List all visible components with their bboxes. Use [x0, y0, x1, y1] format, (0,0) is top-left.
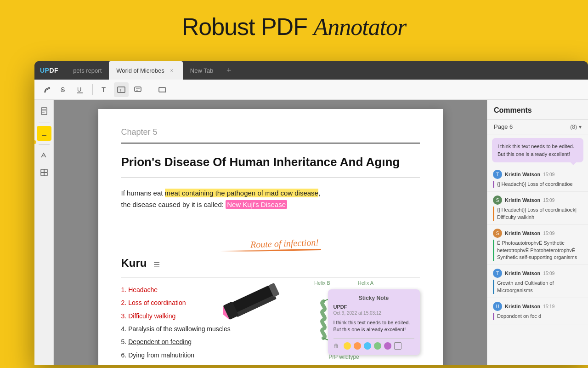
chapter-label: Chapter 5 [121, 127, 420, 137]
comment-item-1[interactable]: T Kristin Watson 15:09 {| Headacht}| Los… [487, 166, 588, 192]
active-comment-bubble: I think this text needs to be edited. Bu… [492, 138, 583, 162]
sticky-header: UPDF [334, 304, 414, 310]
symptoms-section: 1.Headache 2.Loss of coordination 3.Diff… [121, 285, 420, 363]
tabs-container: pets report World of Microbes × New Tab … [66, 61, 582, 80]
sticky-color-purple[interactable] [384, 342, 391, 350]
comment-author-2: Kristin Watson [505, 197, 540, 203]
sticky-note[interactable]: Sticky Note UPDF Oct 9, 2022 at 15:03:12… [328, 289, 420, 355]
comment-item-2[interactable]: S Kristin Watson 15:09 {| Headacht}| Los… [487, 192, 588, 225]
comment-item-5[interactable]: U Kristin Watson 15:19 Dopondont on foc … [487, 298, 588, 324]
comment-avatar-5: U [493, 302, 502, 311]
kuru-note-icon: ☰ [153, 260, 160, 269]
tab-world-of-microbes[interactable]: World of Microbes × [109, 61, 183, 80]
underline-tool-button[interactable]: U [73, 82, 88, 97]
comments-panel: Comments Page 6 (8) ▾ I think this text … [487, 100, 588, 365]
kuru-title: Kuru [121, 257, 147, 270]
sticky-trash-icon[interactable]: 🗑 [334, 343, 339, 349]
comment-author-3: Kristin Watson [505, 230, 540, 236]
sticky-text: I think this text needs to be edited. Bu… [334, 319, 414, 334]
comments-page-label: Page 6 [494, 123, 513, 130]
sidebar-highlight-button[interactable] [37, 126, 51, 141]
text-tool-button[interactable]: T [97, 82, 112, 97]
app-tagline: Robust PDF Annotator [0, 13, 588, 40]
helix-a-label: Helix A [358, 280, 373, 286]
comment-item-4[interactable]: T Kristin Watson 15:09 Growth and Cultiv… [487, 265, 588, 298]
svg-rect-20 [44, 169, 47, 172]
comment-avatar-4: T [493, 269, 502, 278]
sticky-color-orange[interactable] [354, 342, 361, 350]
svg-marker-16 [42, 131, 46, 134]
symptom-5: 5.Dependent on feeding [121, 337, 259, 347]
comment-text-2: {| Headacht}| Loss of coordinatioek| Dif… [493, 207, 582, 221]
sticky-note-title: Sticky Note [334, 295, 414, 301]
comment-author-1: Kristin Watson [505, 172, 540, 177]
comment-author-5: Kristin Watson [505, 304, 540, 309]
highlighted-text-yellow: meat containing the pathogen of mad cow … [165, 189, 318, 197]
svg-rect-9 [159, 87, 165, 92]
sticky-color-blue[interactable] [364, 342, 371, 350]
strikethrough-tool-button[interactable]: S [57, 82, 71, 97]
tab-close-icon[interactable]: × [168, 67, 175, 74]
svg-text:U: U [77, 86, 81, 93]
chapter-divider [121, 143, 420, 144]
sidebar-active-indicator [34, 140, 36, 144]
svg-rect-19 [41, 169, 44, 172]
comment-text-3: Ë PhotoautotrophvË Synthetic heterotroph… [493, 240, 582, 261]
svg-rect-21 [41, 172, 44, 176]
app-header: Robust PDF Annotator [0, 0, 588, 49]
comment-avatar-3: S [493, 229, 502, 238]
pen-tool-button[interactable] [40, 82, 55, 97]
highlighted-text-pink: New Kuji's Disease [226, 200, 287, 209]
comment-text-4: Growth and Cultivation of Microorganisms [493, 280, 582, 294]
app-window: UPDF pets report World of Microbes × New… [34, 61, 588, 365]
comment-tool-button[interactable] [130, 82, 145, 97]
sidebar-pages-button[interactable] [37, 104, 51, 118]
svg-text:S: S [61, 86, 65, 93]
new-tab-button[interactable]: + [222, 64, 235, 77]
svg-text:T: T [119, 88, 122, 92]
comment-text-1: {| Headacht}| Loss of coordinatioe [493, 181, 582, 188]
comment-time-3: 15:09 [543, 231, 554, 236]
comment-time-2: 15:09 [543, 198, 554, 203]
sidebar-divider-1 [39, 122, 50, 122]
svg-marker-10 [165, 92, 166, 92]
title-divider [121, 178, 420, 178]
titlebar: UPDF pets report World of Microbes × New… [34, 61, 588, 80]
toolbar-separator-1 [92, 84, 93, 95]
comment-item-3[interactable]: S Kristin Watson 15:09 Ë Photoautotrophv… [487, 225, 588, 265]
sticky-square-icon[interactable] [394, 342, 401, 350]
textbox-tool-button[interactable]: T [114, 82, 129, 97]
sidebar-extract-button[interactable] [37, 165, 51, 180]
sticky-color-green[interactable] [374, 342, 381, 350]
comment-avatar-1: T [493, 170, 502, 179]
comments-panel-title: Comments [494, 106, 582, 115]
comment-author-4: Kristin Watson [505, 270, 540, 276]
pdf-page: Chapter 5 Prion's Disease Of Human Inher… [98, 109, 443, 365]
tab-new-tab[interactable]: New Tab [183, 61, 220, 80]
symptom-6: 6.Dying from malnutrition [121, 350, 259, 360]
pdf-viewer[interactable]: Chapter 5 Prion's Disease Of Human Inher… [54, 100, 487, 365]
comments-count: (8) ▾ [570, 124, 582, 130]
tab-pets-report[interactable]: pets report [66, 61, 109, 80]
sidebar-divider-2 [39, 144, 50, 145]
pdf-title: Prion's Disease Of Human Inheritance And… [121, 155, 420, 170]
comment-text-5: Dopondont on foc d [493, 313, 582, 320]
comment-time-4: 15:09 [543, 271, 554, 276]
sticky-toolbar: 🗑 [334, 338, 414, 350]
comment-time-5: 15:19 [543, 304, 554, 309]
sidebar-annotate-button[interactable] [37, 149, 51, 163]
updf-logo: UPDF [40, 67, 58, 74]
sticky-date: Oct 9, 2022 at 15:03:12 [334, 310, 414, 316]
svg-rect-22 [44, 172, 47, 176]
helix-b-label: Helix B [314, 280, 330, 286]
sticky-color-yellow[interactable] [344, 342, 351, 350]
left-sidebar [34, 100, 54, 365]
svg-rect-6 [135, 87, 141, 92]
svg-text:T: T [102, 86, 106, 93]
comments-page-row[interactable]: Page 6 (8) ▾ [487, 120, 588, 134]
rectangle-tool-button[interactable] [155, 82, 170, 97]
main-area: Chapter 5 Prion's Disease Of Human Inher… [34, 100, 588, 365]
toolbar-separator-2 [150, 84, 150, 95]
comment-avatar-2: S [493, 196, 502, 205]
kuru-section: Kuru ☰ [121, 257, 420, 270]
